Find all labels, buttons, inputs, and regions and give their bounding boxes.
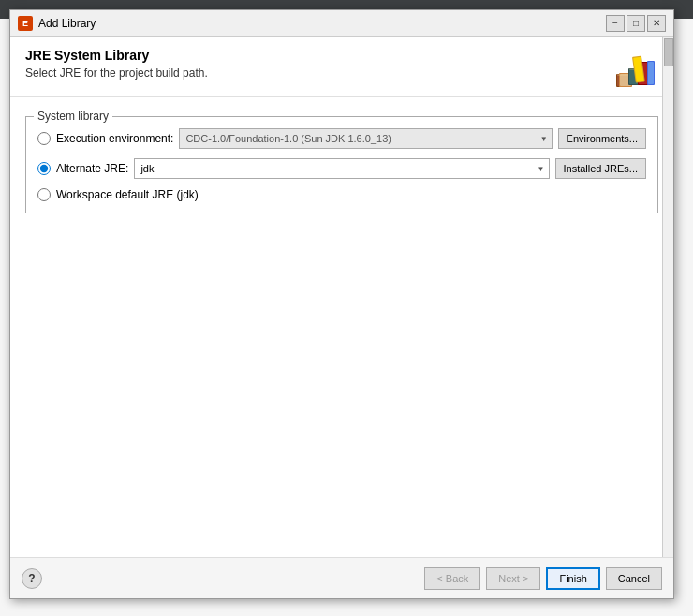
dialog-header: JRE System Library Select JRE for the pr…: [10, 37, 673, 96]
dialog-title-controls: − □ ✕: [606, 15, 666, 32]
scroll-thumb: [664, 38, 673, 66]
execution-env-radio[interactable]: [37, 132, 51, 145]
add-library-dialog: E Add Library − □ ✕ JRE System Library S…: [9, 9, 674, 599]
dialog-body: System library Execution environment: CD…: [10, 105, 673, 221]
dialog-titlebar: E Add Library − □ ✕: [10, 10, 673, 37]
dialog-subtitle: Select JRE for the project build path.: [25, 66, 612, 80]
installed-jres-button[interactable]: Installed JREs...: [555, 158, 646, 179]
environments-button[interactable]: Environments...: [558, 128, 646, 149]
dialog-title-text: Add Library: [38, 17, 96, 30]
footer-left: ?: [22, 568, 42, 589]
dialog-title-left: E Add Library: [18, 16, 96, 31]
back-button[interactable]: < Back: [424, 567, 480, 590]
alternate-jre-value: jdk: [140, 163, 533, 174]
svg-rect-13: [648, 62, 654, 84]
alternate-jre-dropdown-container: jdk ▼ Installed JREs...: [134, 158, 646, 179]
workspace-default-radio[interactable]: [37, 188, 51, 201]
group-box-legend: System library: [34, 110, 112, 123]
minimize-button[interactable]: −: [606, 15, 625, 32]
dialog-footer: ? < Back Next > Finish Cancel: [10, 557, 673, 598]
dialog-header-text: JRE System Library Select JRE for the pr…: [25, 48, 612, 80]
execution-env-label: Execution environment:: [56, 132, 173, 145]
workspace-default-label: Workspace default JRE (jdk): [56, 188, 199, 201]
header-divider: [10, 96, 673, 97]
footer-right: < Back Next > Finish Cancel: [424, 567, 662, 590]
dialog-icon-label: E: [22, 19, 28, 28]
alternate-jre-radio[interactable]: [37, 162, 51, 175]
right-scrollbar[interactable]: [662, 37, 673, 557]
dialog-main-title: JRE System Library: [25, 48, 612, 63]
close-button[interactable]: ✕: [647, 15, 666, 32]
execution-env-row: Execution environment: CDC-1.0/Foundatio…: [37, 128, 646, 149]
books-icon: [612, 48, 658, 89]
next-button[interactable]: Next >: [486, 567, 540, 590]
finish-button[interactable]: Finish: [546, 567, 599, 590]
system-library-group: System library Execution environment: CD…: [25, 116, 658, 213]
alternate-jre-row: Alternate JRE: jdk ▼ Installed JREs...: [37, 158, 646, 179]
alternate-jre-dropdown[interactable]: jdk ▼: [134, 158, 549, 179]
alternate-jre-arrow: ▼: [538, 165, 545, 173]
dialog-icon: E: [18, 16, 33, 31]
maximize-button[interactable]: □: [627, 15, 645, 32]
execution-env-value: CDC-1.0/Foundation-1.0 (Sun JDK 1.6.0_13…: [185, 133, 536, 144]
execution-env-arrow: ▼: [540, 135, 548, 143]
help-button[interactable]: ?: [22, 568, 42, 589]
execution-env-dropdown-container: CDC-1.0/Foundation-1.0 (Sun JDK 1.6.0_13…: [179, 128, 646, 149]
execution-env-dropdown[interactable]: CDC-1.0/Foundation-1.0 (Sun JDK 1.6.0_13…: [179, 128, 552, 149]
alternate-jre-label: Alternate JRE:: [56, 162, 128, 175]
workspace-default-row: Workspace default JRE (jdk): [37, 188, 646, 201]
cancel-button[interactable]: Cancel: [606, 567, 662, 590]
